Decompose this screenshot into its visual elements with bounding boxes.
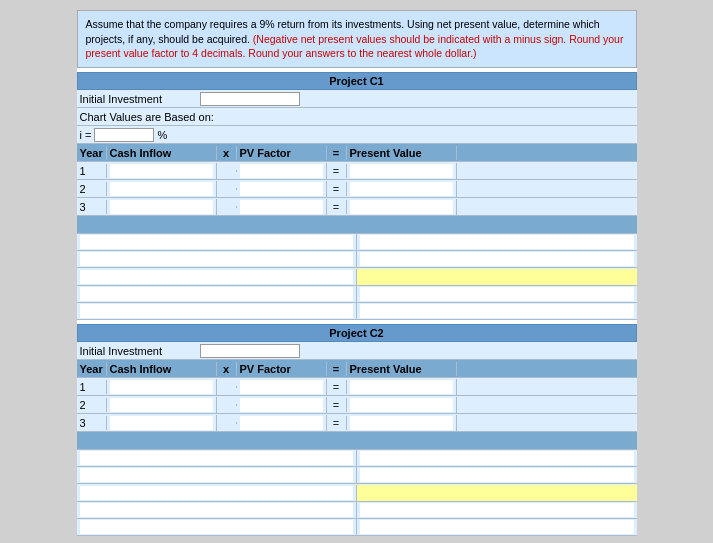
c1-row1-pv-input[interactable]: [240, 164, 323, 178]
c2-header-eq: =: [327, 362, 347, 376]
c1-row2-eq: =: [327, 182, 347, 196]
c2-empty2-right-input[interactable]: [360, 468, 634, 482]
c1-spacer-blue-1: [77, 216, 637, 234]
c2-row2-cash: [107, 397, 217, 413]
c1-row1-pv: [237, 163, 327, 179]
c2-row3-cash-input[interactable]: [110, 416, 213, 430]
c1-i-row: i = %: [77, 126, 637, 144]
c1-row3-cash-input[interactable]: [110, 200, 213, 214]
c1-empty1-right-input[interactable]: [360, 235, 634, 249]
c2-row1-present-input[interactable]: [350, 380, 453, 394]
c2-row3-cash: [107, 415, 217, 431]
c2-row-1: 1 =: [77, 378, 637, 396]
c1-row3-cash: [107, 199, 217, 215]
instructions-box: Assume that the company requires a 9% re…: [77, 10, 637, 68]
main-container: Assume that the company requires a 9% re…: [77, 10, 637, 536]
c2-row3-pv-input[interactable]: [240, 416, 323, 430]
c2-initial-investment-input[interactable]: [200, 344, 300, 358]
c2-row3-year: 3: [77, 416, 107, 430]
c1-chart-label: Chart Values are Based on:: [80, 111, 214, 123]
c1-row2-present: [347, 181, 457, 197]
c1-empty2-left-input[interactable]: [80, 252, 353, 266]
c2-empty-3: [77, 502, 637, 519]
c1-row1-x: [217, 170, 237, 172]
c1-empty4-right-input[interactable]: [360, 304, 634, 318]
c2-empty3-left-input[interactable]: [80, 503, 353, 517]
c2-row1-pv-input[interactable]: [240, 380, 323, 394]
c2-row2-eq: =: [327, 398, 347, 412]
c1-i-input[interactable]: [94, 128, 154, 142]
c2-row1-year: 1: [77, 380, 107, 394]
c2-initial-investment-label: Initial Investment: [80, 345, 200, 357]
c2-row2-cash-input[interactable]: [110, 398, 213, 412]
c1-i-label: i =: [80, 129, 92, 141]
c2-row1-x: [217, 386, 237, 388]
c1-empty3-left-input[interactable]: [80, 287, 353, 301]
c1-chart-label-row: Chart Values are Based on:: [77, 108, 637, 126]
c1-row1-year: 1: [77, 164, 107, 178]
c2-row2-pv-input[interactable]: [240, 398, 323, 412]
c2-empty4-right-input[interactable]: [360, 520, 634, 534]
c2-row1-cash-input[interactable]: [110, 380, 213, 394]
c2-empty1-left-input[interactable]: [80, 451, 353, 465]
c2-row3-present: [347, 415, 457, 431]
project-c1-header: Project C1: [77, 72, 637, 90]
c2-row2-present-input[interactable]: [350, 398, 453, 412]
project-c2-header: Project C2: [77, 324, 637, 342]
c1-row1-cash-input[interactable]: [110, 164, 213, 178]
c1-row3-present: [347, 199, 457, 215]
c2-empty2-left-input[interactable]: [80, 468, 353, 482]
c1-row3-present-input[interactable]: [350, 200, 453, 214]
c2-header-x: x: [217, 362, 237, 376]
c1-initial-investment-label: Initial Investment: [80, 93, 200, 105]
c1-row3-pv-input[interactable]: [240, 200, 323, 214]
c2-header-cash: Cash Inflow: [107, 362, 217, 376]
c1-initial-investment-input[interactable]: [200, 92, 300, 106]
c1-header-year: Year: [77, 146, 107, 160]
c1-row2-cash-input[interactable]: [110, 182, 213, 196]
c1-row1-present-input[interactable]: [350, 164, 453, 178]
c1-row2-present-input[interactable]: [350, 182, 453, 196]
c1-header-eq: =: [327, 146, 347, 160]
c2-empty-2: [77, 467, 637, 484]
c2-yellow-row-container: [77, 484, 637, 502]
c2-row3-pv: [237, 415, 327, 431]
c1-empty2-right-input[interactable]: [360, 252, 634, 266]
c1-row2-pv-input[interactable]: [240, 182, 323, 196]
c2-yellow-left-input[interactable]: [80, 486, 353, 500]
c1-empty-3: [77, 286, 637, 303]
c1-header-present: Present Value: [347, 146, 457, 160]
c2-column-headers: Year Cash Inflow x PV Factor = Present V…: [77, 360, 637, 378]
c2-empty-4: [77, 519, 637, 536]
c1-yellow-right-input[interactable]: [360, 270, 634, 284]
c2-row3-x: [217, 422, 237, 424]
c1-row1-present: [347, 163, 457, 179]
c1-row-3: 3 =: [77, 198, 637, 216]
c1-row2-pv: [237, 181, 327, 197]
c2-empty-1: [77, 450, 637, 467]
c2-row1-present: [347, 379, 457, 395]
c2-row2-x: [217, 404, 237, 406]
c2-header-pv: PV Factor: [237, 362, 327, 376]
c1-empty1-left-input[interactable]: [80, 235, 353, 249]
c1-row3-year: 3: [77, 200, 107, 214]
project-c1-section: Project C1 Initial Investment Chart Valu…: [77, 72, 637, 320]
c2-header-present: Present Value: [347, 362, 457, 376]
c1-empty3-right-input[interactable]: [360, 287, 634, 301]
c2-yellow-right-input[interactable]: [360, 486, 634, 500]
c1-row3-x: [217, 206, 237, 208]
c2-empty1-right-input[interactable]: [360, 451, 634, 465]
c1-row-2: 2 =: [77, 180, 637, 198]
c1-row1-cash: [107, 163, 217, 179]
c2-row-2: 2 =: [77, 396, 637, 414]
c2-empty3-right-input[interactable]: [360, 503, 634, 517]
c1-row1-eq: =: [327, 164, 347, 178]
c2-row3-present-input[interactable]: [350, 416, 453, 430]
c2-empty4-left-input[interactable]: [80, 520, 353, 534]
c1-empty4-left-input[interactable]: [80, 304, 353, 318]
c1-yellow-row-container: [77, 268, 637, 286]
c1-column-headers: Year Cash Inflow x PV Factor = Present V…: [77, 144, 637, 162]
c1-empty-2: [77, 251, 637, 268]
c2-row2-present: [347, 397, 457, 413]
c1-yellow-left-input[interactable]: [80, 270, 353, 284]
